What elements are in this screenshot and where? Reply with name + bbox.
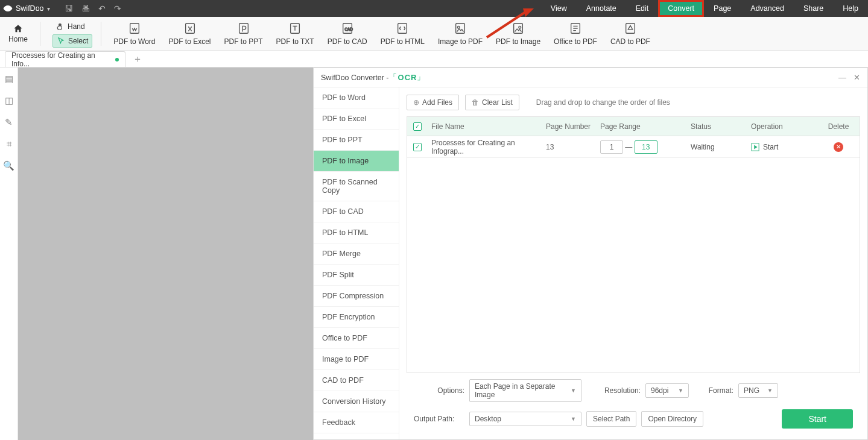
app-brand[interactable]: SwifDoo ▾ (0, 2, 54, 14)
new-tab-button[interactable]: ＋ (133, 53, 142, 67)
thumbnails-icon[interactable]: ▤ (5, 74, 13, 84)
minimize-icon[interactable]: — (838, 73, 846, 82)
menu-view[interactable]: View (541, 0, 577, 17)
ocr-label[interactable]: OCR (398, 73, 417, 82)
ocr-bracket1: 「 (389, 72, 397, 83)
menu-annotate[interactable]: Annotate (577, 0, 626, 17)
undo-icon[interactable]: ↶ (98, 4, 106, 13)
resolution-select[interactable]: 96dpi▼ (645, 383, 689, 398)
home-button[interactable]: Home (5, 24, 31, 43)
dialog-main: ⊕ Add Files 🗑 Clear List Drag and drop t… (399, 87, 867, 439)
start-button[interactable]: Start (782, 409, 853, 429)
side-pdf-to-scanned[interactable]: PDF to Scanned Copy (314, 172, 399, 201)
output-path-select[interactable]: Desktop▼ (469, 412, 581, 426)
ribbon-image-to-pdf[interactable]: Image to PDF (434, 22, 486, 46)
select-tool[interactable]: Select (52, 34, 92, 48)
ribbon-pdf-to-html[interactable]: PDF to HTML (377, 22, 428, 46)
side-pdf-to-image[interactable]: PDF to Image (314, 151, 399, 172)
menu-share[interactable]: Share (794, 0, 833, 17)
clear-list-button[interactable]: 🗑 Clear List (465, 95, 519, 110)
menu-help[interactable]: Help (833, 0, 868, 17)
save-icon[interactable]: 🖫 (65, 4, 73, 13)
side-feedback[interactable]: Feedback (314, 412, 399, 433)
dialog-title: SwifDoo Converter - (321, 74, 389, 82)
ribbon-pdf-to-excel[interactable]: PDF to Excel (165, 22, 215, 46)
ribbon-pdf-to-image[interactable]: PDF to Image (492, 22, 544, 46)
side-pdf-merge[interactable]: PDF Merge (314, 244, 399, 265)
output-path-value: Desktop (475, 415, 501, 423)
range-to-input[interactable] (635, 140, 657, 154)
col-pagenum[interactable]: Page Number (546, 122, 594, 131)
side-cad-to-pdf[interactable]: CAD to PDF (314, 370, 399, 391)
menu-advanced[interactable]: Advanced (741, 0, 794, 17)
print-icon[interactable]: 🖶 (81, 4, 90, 13)
search-icon[interactable]: 🔍 (3, 160, 14, 171)
document-tabbar: Processes for Creating an Info... ＋ (0, 51, 868, 68)
side-pdf-to-excel[interactable]: PDF to Excel (314, 108, 399, 130)
table-row[interactable]: ✓ Processes for Creating an Infograp... … (407, 136, 860, 158)
ribbon-pdf-to-ppt[interactable]: PDF to PPT (221, 22, 267, 46)
col-operation[interactable]: Operation (751, 122, 817, 131)
row-delete-button[interactable]: ✕ (834, 142, 843, 152)
side-pdf-compression[interactable]: PDF Compression (314, 286, 399, 307)
format-select[interactable]: PNG▼ (738, 383, 778, 398)
open-directory-button[interactable]: Open Directory (641, 411, 703, 427)
menu-convert[interactable]: Convert (658, 0, 704, 17)
redo-icon[interactable]: ↷ (114, 4, 121, 13)
hand-tool[interactable]: Hand (52, 20, 92, 33)
annotations-icon[interactable]: ✎ (5, 117, 13, 128)
add-files-button[interactable]: ⊕ Add Files (407, 95, 459, 110)
document-tab[interactable]: Processes for Creating an Info... (5, 51, 125, 67)
col-filename[interactable]: File Name (431, 122, 540, 131)
col-delete[interactable]: Delete (823, 122, 854, 131)
html-icon (396, 22, 409, 35)
menu-page[interactable]: Page (704, 0, 741, 17)
excel-icon (183, 22, 197, 35)
ribbon-pdf-to-txt[interactable]: PDF to TXT (273, 22, 318, 46)
col-status[interactable]: Status (691, 122, 745, 131)
ribbon-pdf-to-word[interactable]: PDF to Word (110, 22, 159, 46)
clear-list-label: Clear List (482, 98, 513, 107)
attachments-icon[interactable]: ⌗ (7, 139, 11, 149)
range-from-input[interactable] (600, 140, 623, 154)
cursor-icon (57, 37, 65, 45)
side-conversion-history[interactable]: Conversion History (314, 391, 399, 412)
row-start-button[interactable]: Start (751, 143, 817, 151)
rb-lbl-5: PDF to HTML (381, 37, 425, 46)
resolution-label: Resolution: (592, 386, 641, 395)
row-checkbox[interactable]: ✓ (413, 143, 422, 151)
side-pdf-to-cad[interactable]: PDF to CAD (314, 201, 399, 222)
ribbon-office-to-pdf[interactable]: Office to PDF (550, 22, 601, 46)
side-office-to-pdf[interactable]: Office to PDF (314, 328, 399, 349)
bookmarks-icon[interactable]: ◫ (5, 95, 13, 106)
select-all-checkbox[interactable]: ✓ (413, 122, 422, 131)
rb-lbl-6: Image to PDF (438, 37, 483, 46)
range-dash: — (625, 143, 634, 151)
side-pdf-to-word[interactable]: PDF to Word (314, 87, 399, 108)
format-label: Format: (700, 386, 733, 395)
ribbon-sep (40, 22, 40, 46)
col-pagerange[interactable]: Page Range (600, 122, 685, 131)
side-pdf-to-html[interactable]: PDF to HTML (314, 222, 399, 244)
options-select[interactable]: Each Page in a Separate Image▼ (469, 379, 581, 402)
txt-icon (288, 22, 302, 35)
side-pdf-to-ppt[interactable]: PDF to PPT (314, 130, 399, 151)
side-pdf-split[interactable]: PDF Split (314, 265, 399, 286)
svg-point-8 (457, 26, 460, 28)
side-pdf-encryption[interactable]: PDF Encryption (314, 307, 399, 328)
home-icon (12, 24, 24, 34)
ribbon-pdf-to-cad[interactable]: CADPDF to CAD (324, 22, 371, 46)
close-icon[interactable]: ✕ (854, 73, 860, 82)
ribbon-cad-to-pdf[interactable]: CAD to PDF (607, 22, 654, 46)
rb-lbl-8: Office to PDF (554, 37, 597, 46)
select-path-button[interactable]: Select Path (586, 411, 636, 427)
dialog-body: PDF to Word PDF to Excel PDF to PPT PDF … (314, 87, 867, 439)
side-image-to-pdf[interactable]: Image to PDF (314, 349, 399, 370)
select-path-label: Select Path (593, 415, 630, 423)
tab-title: Processes for Creating an Info... (11, 51, 112, 68)
hand-label: Hand (68, 22, 85, 31)
row-pagecount: 13 (546, 143, 594, 151)
row-filename: Processes for Creating an Infograp... (431, 139, 540, 156)
menu-edit[interactable]: Edit (626, 0, 659, 17)
rb-lbl-7: PDF to Image (496, 37, 540, 46)
